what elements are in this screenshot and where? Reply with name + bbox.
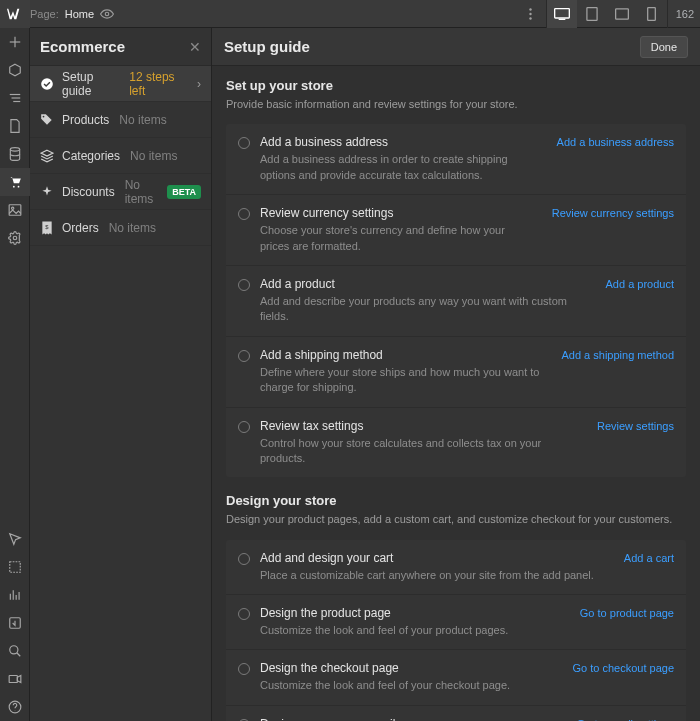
settings-icon[interactable] [0, 224, 30, 252]
step-desc: Add a business address in order to creat… [260, 152, 539, 183]
nav-sub: No items [109, 221, 156, 235]
step-row: Add and design your cartPlace a customiz… [226, 540, 686, 595]
zoom-value[interactable]: 162 [668, 8, 700, 20]
svg-point-1 [529, 8, 531, 10]
step-desc: Place a customizable cart anywhere on yo… [260, 568, 606, 583]
nav-item-orders[interactable]: $OrdersNo items [30, 210, 211, 246]
svg-line-27 [17, 653, 21, 657]
topbar: Page: Home 162 [0, 0, 700, 28]
viewport-tablet-icon[interactable] [577, 0, 607, 28]
symbols-icon[interactable] [0, 56, 30, 84]
viewport-mobile-icon[interactable] [637, 0, 667, 28]
backup-icon[interactable] [0, 609, 30, 637]
audit-icon[interactable] [0, 581, 30, 609]
svg-rect-17 [9, 205, 21, 216]
inspect-icon[interactable] [0, 525, 30, 553]
step-desc: Control how your store calculates and co… [260, 436, 579, 467]
sparkle-icon [40, 185, 54, 199]
step-title: Add and design your cart [260, 551, 606, 565]
beta-badge: BETA [167, 185, 201, 199]
nav-item-discounts[interactable]: DiscountsNo itemsBETA [30, 174, 211, 210]
navigator-icon[interactable] [0, 84, 30, 112]
step-action-link[interactable]: Add a cart [624, 552, 674, 564]
nav-accent: 12 steps left [129, 70, 189, 98]
preview-icon[interactable] [100, 7, 114, 21]
tag-icon [40, 113, 54, 127]
step-radio-icon[interactable] [238, 208, 250, 220]
step-action-link[interactable]: Add a business address [557, 136, 674, 148]
viewport-tablet-landscape-icon[interactable] [607, 0, 637, 28]
guides-icon[interactable] [0, 553, 30, 581]
step-title: Review tax settings [260, 419, 579, 433]
ecommerce-icon[interactable] [0, 168, 30, 196]
step-action-link[interactable]: Add a shipping method [561, 349, 674, 361]
page-name[interactable]: Home [65, 8, 94, 20]
page-label: Page: [30, 8, 59, 20]
close-icon[interactable]: ✕ [189, 39, 201, 55]
section-title: Set up your store [226, 76, 686, 93]
step-desc: Customize the look and feel of your chec… [260, 678, 554, 693]
viewport-desktop-icon[interactable] [547, 0, 577, 28]
app-logo[interactable] [0, 0, 30, 28]
step-radio-icon[interactable] [238, 279, 250, 291]
step-action-link[interactable]: Add a product [606, 278, 675, 290]
step-radio-icon[interactable] [238, 663, 250, 675]
section-desc: Provide basic information and review set… [226, 97, 686, 112]
stack-icon [40, 149, 54, 163]
done-button[interactable]: Done [640, 36, 688, 58]
step-row: Review currency settingsChoose your stor… [226, 195, 686, 266]
step-desc: Add and describe your products any way y… [260, 294, 588, 325]
nav-label: Products [62, 113, 109, 127]
section: Set up your storeProvide basic informati… [226, 76, 686, 477]
icon-rail [0, 28, 30, 721]
assets-icon[interactable] [0, 196, 30, 224]
step-action-link[interactable]: Review settings [597, 420, 674, 432]
step-radio-icon[interactable] [238, 553, 250, 565]
nav-label: Discounts [62, 185, 115, 199]
step-title: Design ecommerce emails [260, 717, 559, 721]
cms-icon[interactable] [0, 140, 30, 168]
video-icon[interactable] [0, 665, 30, 693]
step-title: Add a product [260, 277, 588, 291]
step-action-link[interactable]: Go to product page [580, 607, 674, 619]
help-icon[interactable] [0, 693, 30, 721]
step-radio-icon[interactable] [238, 350, 250, 362]
add-icon[interactable] [0, 28, 30, 56]
nav-item-categories[interactable]: CategoriesNo items [30, 138, 211, 174]
receipt-icon: $ [40, 221, 54, 235]
step-action-link[interactable]: Review currency settings [552, 207, 674, 219]
step-row: Add a business addressAdd a business add… [226, 124, 686, 195]
nav-item-setup-guide[interactable]: Setup guide12 steps left› [30, 66, 211, 102]
step-desc: Choose your store's currency and define … [260, 223, 534, 254]
step-title: Design the checkout page [260, 661, 554, 675]
more-icon[interactable] [516, 0, 546, 28]
step-row: Review tax settingsControl how your stor… [226, 408, 686, 478]
step-radio-icon[interactable] [238, 421, 250, 433]
svg-point-16 [18, 186, 20, 188]
svg-point-32 [41, 78, 53, 90]
step-radio-icon[interactable] [238, 608, 250, 620]
step-title: Add a shipping method [260, 348, 543, 362]
section-title: Design your store [226, 491, 686, 508]
pages-icon[interactable] [0, 112, 30, 140]
step-action-link[interactable]: Go to checkout page [572, 662, 674, 674]
svg-marker-34 [41, 150, 53, 156]
main-area: Setup guide Done Set up your storeProvid… [212, 28, 700, 721]
svg-rect-8 [648, 7, 656, 20]
svg-rect-28 [9, 676, 17, 683]
panel-title: Ecommerce [40, 38, 189, 55]
ecommerce-panel: Ecommerce ✕ Setup guide12 steps left›Pro… [30, 28, 212, 721]
svg-point-19 [13, 236, 17, 240]
nav-item-products[interactable]: ProductsNo items [30, 102, 211, 138]
step-title: Design the product page [260, 606, 562, 620]
svg-rect-4 [554, 8, 569, 17]
nav-label: Setup guide [62, 70, 121, 98]
step-title: Review currency settings [260, 206, 534, 220]
step-radio-icon[interactable] [238, 137, 250, 149]
nav-label: Categories [62, 149, 120, 163]
nav-label: Orders [62, 221, 99, 235]
search-icon[interactable] [0, 637, 30, 665]
chevron-right-icon: › [197, 77, 201, 91]
section-desc: Design your product pages, add a custom … [226, 512, 686, 527]
nav-sub: No items [119, 113, 166, 127]
